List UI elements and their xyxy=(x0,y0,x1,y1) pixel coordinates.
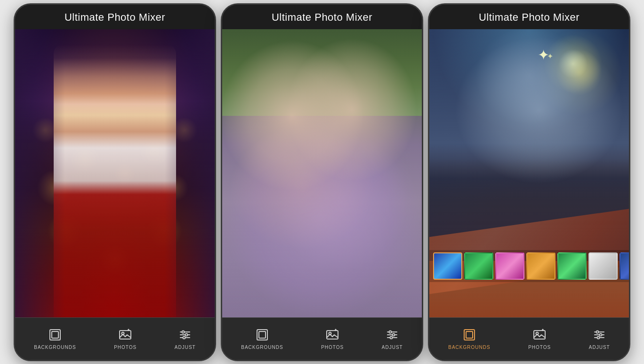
woman-figure xyxy=(54,44,176,317)
adjust-label: ADJUST xyxy=(175,345,196,350)
adjust-label-2: ADJUST xyxy=(382,345,403,350)
backgrounds-icon-3 xyxy=(462,327,477,342)
phone-3-title: Ultimate Photo Mixer xyxy=(439,11,620,24)
phone-2-toolbar: BACKGROUNDS PHOTOS xyxy=(222,317,422,360)
photos-label-3: PHOTOS xyxy=(528,345,551,350)
toolbar-photos-btn[interactable]: PHOTOS xyxy=(105,324,146,354)
phone-3-toolbar: BACKGROUNDS PHOTOS xyxy=(429,317,629,360)
phone-1-content xyxy=(15,29,215,317)
photos-icon-3 xyxy=(532,327,547,342)
adjust-icon xyxy=(177,327,193,342)
backgrounds-label: BACKGROUNDS xyxy=(34,345,76,350)
thumbnail-7[interactable] xyxy=(620,252,629,280)
svg-point-19 xyxy=(390,337,393,339)
toolbar-backgrounds-btn-3[interactable]: BACKGROUNDS xyxy=(439,324,499,354)
thumbnail-3[interactable] xyxy=(495,252,524,280)
backgrounds-icon xyxy=(48,327,63,342)
phone-3-header: Ultimate Photo Mixer xyxy=(429,5,629,29)
phone-1-toolbar: BACKGROUNDS PHOTOS xyxy=(15,317,215,360)
phone-3-content: ✦ ✦ xyxy=(429,29,629,317)
phone-2: Ultimate Photo Mixer BACKGROUNDS xyxy=(221,3,423,361)
backgrounds-label-2: BACKGROUNDS xyxy=(241,345,283,350)
backgrounds-icon-2 xyxy=(255,327,270,342)
toolbar-adjust-btn[interactable]: ADJUST xyxy=(165,324,205,354)
sparkle-small-icon: ✦ xyxy=(547,53,553,60)
svg-point-7 xyxy=(182,331,185,333)
thumbnail-6[interactable] xyxy=(588,252,618,280)
photos-label-2: PHOTOS xyxy=(321,345,344,350)
adjust-icon-2 xyxy=(385,327,400,342)
backgrounds-label-3: BACKGROUNDS xyxy=(448,345,490,350)
couple-figures xyxy=(222,29,422,317)
toolbar-backgrounds-btn[interactable]: BACKGROUNDS xyxy=(24,324,85,354)
svg-rect-12 xyxy=(327,331,338,339)
phone-1: Ultimate Photo Mixer BACKGROUNDS xyxy=(14,3,216,361)
thumbnail-5[interactable] xyxy=(557,252,587,280)
svg-rect-11 xyxy=(259,332,266,338)
photos-label: PHOTOS xyxy=(114,345,137,350)
phone-1-title: Ultimate Photo Mixer xyxy=(24,11,205,24)
svg-point-8 xyxy=(185,334,188,336)
adjust-label-3: ADJUST xyxy=(589,345,610,350)
woman-overlay xyxy=(429,29,629,261)
thumbnail-1[interactable] xyxy=(433,252,462,280)
thumbnail-4[interactable] xyxy=(526,252,555,280)
phone-2-content xyxy=(222,29,422,317)
toolbar-adjust-btn-2[interactable]: ADJUST xyxy=(372,324,412,354)
svg-rect-22 xyxy=(534,331,545,339)
phone-1-header: Ultimate Photo Mixer xyxy=(15,5,215,29)
skyline-scene: ✦ ✦ xyxy=(429,29,629,317)
toolbar-photos-btn-2[interactable]: PHOTOS xyxy=(312,324,353,354)
svg-point-17 xyxy=(389,331,392,333)
svg-point-18 xyxy=(393,334,395,336)
toolbar-adjust-btn-3[interactable]: ADJUST xyxy=(580,324,620,354)
svg-point-28 xyxy=(600,334,602,336)
adjust-icon-3 xyxy=(592,327,607,342)
christmas-scene xyxy=(15,29,215,317)
couple-scene xyxy=(222,29,422,317)
thumbnail-strip xyxy=(429,250,629,282)
svg-point-9 xyxy=(183,337,185,339)
svg-rect-2 xyxy=(120,331,131,339)
svg-point-27 xyxy=(596,331,599,333)
svg-point-29 xyxy=(597,337,600,339)
svg-rect-21 xyxy=(466,332,473,338)
toolbar-photos-btn-3[interactable]: PHOTOS xyxy=(519,324,560,354)
phone-2-title: Ultimate Photo Mixer xyxy=(232,11,412,24)
toolbar-backgrounds-btn-2[interactable]: BACKGROUNDS xyxy=(232,324,292,354)
photos-icon xyxy=(118,327,133,342)
phone-2-header: Ultimate Photo Mixer xyxy=(222,5,422,29)
phone-3: Ultimate Photo Mixer ✦ ✦ xyxy=(428,3,630,361)
svg-rect-1 xyxy=(52,332,58,338)
photos-icon-2 xyxy=(325,327,340,342)
thumbnail-2[interactable] xyxy=(464,252,493,280)
